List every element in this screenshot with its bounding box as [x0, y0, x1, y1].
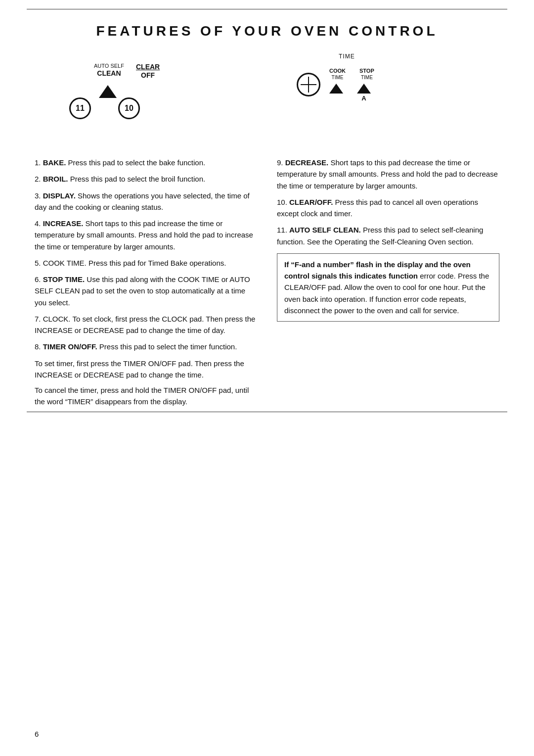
highlight-box: If “F-and a number” flash in the display…: [277, 253, 499, 322]
sub-para-1: To set timer, first press the TIMER ON/O…: [35, 358, 257, 381]
cook-triangle: [329, 84, 343, 102]
list-item-8: 8. TIMER ON/OFF. Press this pad to selec…: [35, 341, 257, 352]
list-item-9: 9. DECREASE. Short taps to this pad decr…: [277, 157, 499, 191]
crosshair-circle: [297, 73, 320, 96]
circle-11: 11: [69, 97, 91, 119]
cook-stop-labels: COOK TIME STOP TIME: [329, 68, 374, 81]
stop-time-label: STOP TIME: [359, 68, 374, 81]
right-controls: COOK TIME STOP TIME: [297, 68, 374, 102]
list-item-5: 5. COOK TIME. Press this pad for Timed B…: [35, 257, 257, 269]
list-item-4: 4. INCREASE. Short taps to this pad incr…: [35, 218, 257, 252]
diagram-left: AUTO SELF CLEAN CLEAR OFF 11 10: [35, 48, 267, 147]
top-border: [27, 9, 507, 9]
circles-row: 11 10: [69, 97, 140, 119]
label-clear-off: CLEAR OFF: [136, 63, 160, 80]
page-title: FEATURES OF YOUR OVEN CONTROL: [35, 23, 499, 39]
diagram-right: TIME COOK TIME STOP TIME: [267, 48, 499, 147]
cook-time-label: COOK TIME: [329, 68, 346, 81]
label-auto-self: AUTO SELF CLEAN: [94, 63, 124, 78]
list-item-11: 11. AUTO SELF CLEAN. Press this pad to s…: [277, 224, 499, 247]
page-number: 6: [35, 730, 39, 738]
cook-stop-triangles: A: [329, 84, 374, 102]
sub-para-2: To cancel the timer, press and hold the …: [35, 384, 257, 408]
numbered-list-right: 9. DECREASE. Short taps to this pad decr…: [277, 157, 499, 247]
label-time: TIME: [339, 53, 355, 60]
numbered-list-left: 1. BAKE. Press this pad to select the ba…: [35, 157, 257, 353]
list-item-3: 3. DISPLAY. Shows the operations you hav…: [35, 190, 257, 213]
bottom-border: [27, 412, 507, 412]
circle-10: 10: [118, 97, 140, 119]
main-columns: 1. BAKE. Press this pad to select the ba…: [35, 157, 499, 412]
list-item-10: 10. CLEAR/OFF. Press this pad to cancel …: [277, 196, 499, 220]
list-item-1: 1. BAKE. Press this pad to select the ba…: [35, 157, 257, 168]
list-item-2: 2. BROIL. Press this pad to select the b…: [35, 173, 257, 185]
col-right: 9. DECREASE. Short taps to this pad decr…: [277, 157, 499, 412]
letter-a: A: [361, 94, 366, 102]
diagram-area: AUTO SELF CLEAN CLEAR OFF 11 10 TIME: [35, 48, 499, 147]
list-item-6: 6. STOP TIME. Use this pad along with th…: [35, 274, 257, 308]
cook-stop-group: COOK TIME STOP TIME: [329, 68, 374, 102]
list-item-7: 7. CLOCK. To set clock, first press the …: [35, 313, 257, 336]
highlight-bold: If “F-and a number” flash in the display…: [284, 260, 471, 280]
stop-triangle: A: [357, 84, 371, 102]
col-left: 1. BAKE. Press this pad to select the ba…: [35, 157, 257, 412]
page-content: FEATURES OF YOUR OVEN CONTROL AUTO SELF …: [0, 23, 534, 412]
